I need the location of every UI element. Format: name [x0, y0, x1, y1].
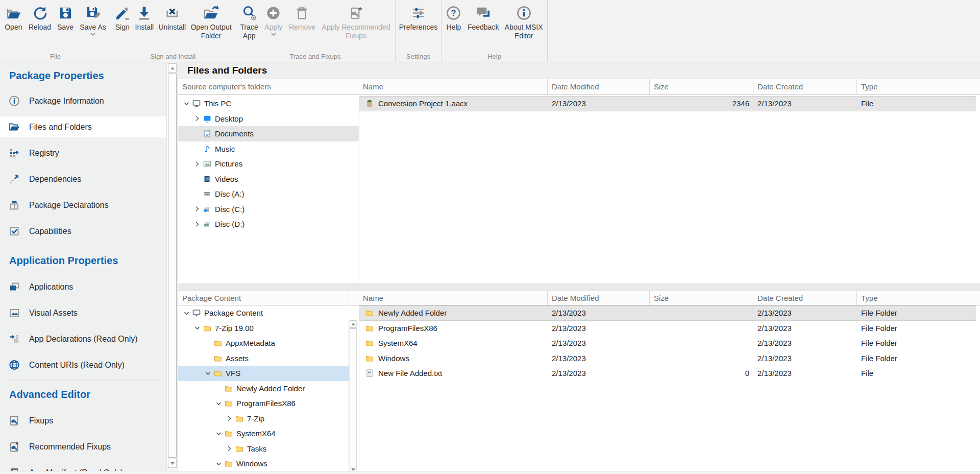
table-row[interactable]: Windows2/13/20232/13/2023File Folder: [359, 351, 980, 366]
tree-item-music[interactable]: Music: [178, 141, 359, 157]
ribbon-feedback-button[interactable]: Feedback: [466, 4, 500, 32]
sidebar-item-registry[interactable]: Registry: [0, 143, 166, 163]
column-header-date-created[interactable]: Date Created: [753, 79, 856, 94]
ribbon-save-as-button[interactable]: Save As: [78, 4, 107, 36]
ribbon-preferences-button[interactable]: Preferences: [398, 4, 439, 32]
tree-item-disc-a[interactable]: Disc (A:): [178, 186, 359, 202]
chevron-right-icon[interactable]: [194, 221, 203, 228]
chevron-down-icon[interactable]: [215, 460, 225, 467]
size-cell: 0: [650, 366, 753, 381]
sidebar-item-visual-assets[interactable]: Visual Assets: [0, 302, 166, 323]
folder-tree: Package Content7-Zip 19.00AppxMetadataAs…: [178, 305, 349, 474]
computer-icon: [192, 309, 201, 317]
sidebar-item-recommended-fixups[interactable]: Recommended Fixups: [0, 436, 166, 457]
column-header-name[interactable]: Name: [359, 291, 547, 305]
ribbon-group-label: Trace and Fixups: [235, 53, 395, 60]
ribbon-reload-button[interactable]: Reload: [27, 4, 53, 32]
column-header-type[interactable]: Type: [856, 79, 980, 94]
folder-tree: This PCDesktopDocumentsMusicPicturesVide…: [178, 94, 359, 283]
chevron-down-icon[interactable]: [271, 32, 276, 36]
column-header-size[interactable]: Size: [649, 79, 753, 94]
table-row[interactable]: Newly Added Folder2/13/20232/13/2023File…: [359, 305, 976, 321]
tree-item-7-zip-19-00[interactable]: 7-Zip 19.00: [178, 321, 349, 336]
column-header-date-modified[interactable]: Date Modified: [547, 79, 649, 94]
sidebar-item-dependencies[interactable]: Dependencies: [0, 169, 166, 189]
sidebar-item-applications[interactable]: Applications: [0, 276, 166, 297]
scrollbar-thumb[interactable]: [350, 328, 356, 467]
tree-item-tasks[interactable]: Tasks: [178, 441, 349, 457]
chevron-right-icon[interactable]: [194, 160, 203, 168]
tree-scrollbar[interactable]: [349, 320, 357, 474]
chevron-down-icon[interactable]: [215, 400, 225, 407]
chevron-right-icon[interactable]: [226, 415, 235, 422]
table-row[interactable]: Conversion Project 1.aacx2/13/202323462/…: [359, 96, 976, 111]
ribbon-button-label: Save: [57, 23, 74, 32]
reload-icon: [32, 4, 47, 21]
tree-item-disc-c[interactable]: Disc (C:): [178, 202, 359, 217]
chevron-right-icon[interactable]: [194, 205, 203, 212]
column-header-type[interactable]: Type: [856, 291, 980, 305]
tree-item-videos[interactable]: Videos: [178, 172, 359, 187]
tree-item-disc-d[interactable]: Disc (D:): [178, 217, 359, 232]
tree-item-package-content[interactable]: Package Content: [178, 305, 349, 321]
table-row[interactable]: New File Added.txt2/13/202302/13/2023Fil…: [359, 366, 980, 381]
sidebar-scrollbar[interactable]: [166, 62, 178, 474]
chevron-down-icon[interactable]: [90, 32, 95, 36]
scroll-up-icon[interactable]: [350, 320, 356, 328]
ribbon-help-button[interactable]: ?Help: [444, 4, 463, 32]
trace-app-icon: [241, 4, 257, 21]
ribbon-button-label: Open: [5, 23, 22, 32]
scrollbar-thumb[interactable]: [168, 74, 177, 458]
sidebar-item-app-declarations-read-only[interactable]: App Declarations (Read Only): [0, 328, 166, 349]
scroll-down-icon[interactable]: [168, 459, 177, 468]
ribbon-remove-button[interactable]: Remove: [287, 4, 317, 32]
chevron-right-icon[interactable]: [226, 445, 235, 452]
sidebar-item-capabilities[interactable]: Capabilities: [0, 221, 166, 242]
ribbon-sign-button[interactable]: Sign: [113, 4, 132, 32]
chevron-down-icon[interactable]: [194, 324, 203, 331]
column-header-date-modified[interactable]: Date Modified: [547, 291, 649, 305]
sidebar-item-content-uris-read-only[interactable]: Content URIs (Read Only): [0, 354, 166, 375]
ribbon-group-settings: PreferencesSettings: [396, 0, 442, 62]
tree-item-pictures[interactable]: Pictures: [178, 156, 359, 172]
chevron-down-icon[interactable]: [183, 100, 192, 107]
ribbon-open-button[interactable]: Open: [3, 4, 23, 32]
scroll-up-icon[interactable]: [168, 63, 177, 73]
tree-item-appxmetadata[interactable]: AppxMetadata: [178, 336, 349, 351]
ribbon-apply-button[interactable]: Apply: [263, 4, 284, 36]
ribbon-open-output-folder-button[interactable]: Open OutputFolder: [189, 4, 233, 40]
tree-item-vfs[interactable]: VFS: [178, 366, 349, 381]
ribbon-uninstall-button[interactable]: Uninstall: [157, 4, 187, 32]
column-header-date-created[interactable]: Date Created: [753, 291, 856, 305]
tree-item-this-pc[interactable]: This PC: [178, 96, 359, 111]
tree-item-documents[interactable]: Documents: [178, 126, 359, 141]
chevron-down-icon[interactable]: [183, 310, 192, 317]
pane-splitter[interactable]: [178, 283, 980, 291]
sidebar-item-package-information[interactable]: Package Information: [0, 90, 166, 111]
ribbon-apply-recommended-fixups-button[interactable]: Apply RecommendedFixups: [321, 4, 392, 40]
ribbon-trace-app-button[interactable]: TraceApp: [239, 4, 260, 40]
sidebar-item-files-and-folders[interactable]: Files and Folders: [0, 116, 166, 137]
chevron-down-icon[interactable]: [215, 430, 225, 437]
tree-item-programfilesx86[interactable]: ProgramFilesX86: [178, 396, 349, 411]
table-row[interactable]: SystemX642/13/20232/13/2023File Folder: [359, 336, 980, 351]
column-header-size[interactable]: Size: [649, 291, 753, 305]
ribbon-about-msix-editor-button[interactable]: About MSIXEditor: [503, 4, 545, 40]
horizontal-scrollbar[interactable]: [0, 471, 980, 474]
folder-icon: [214, 354, 222, 362]
sidebar-item-fixups[interactable]: Fixups: [0, 410, 166, 431]
ribbon-install-button[interactable]: Install: [134, 4, 156, 32]
tree-item-assets[interactable]: Assets: [178, 351, 349, 366]
tree-item-systemx64[interactable]: SystemX64: [178, 426, 349, 441]
column-header-name[interactable]: Name: [359, 79, 547, 94]
chevron-down-icon[interactable]: [205, 370, 214, 377]
date-created-cell: 2/13/2023: [753, 351, 857, 366]
tree-item-desktop[interactable]: Desktop: [178, 111, 359, 127]
chevron-right-icon[interactable]: [194, 115, 203, 122]
tree-item-7-zip[interactable]: 7-Zip: [178, 411, 349, 426]
sidebar-item-package-declarations[interactable]: Package Declarations: [0, 195, 166, 216]
table-row[interactable]: ProgramFilesX862/13/20232/13/2023File Fo…: [359, 321, 980, 336]
tree-item-windows[interactable]: Windows: [178, 456, 349, 471]
ribbon-save-button[interactable]: Save: [56, 4, 75, 32]
tree-item-newly-added-folder[interactable]: Newly Added Folder: [178, 381, 349, 396]
